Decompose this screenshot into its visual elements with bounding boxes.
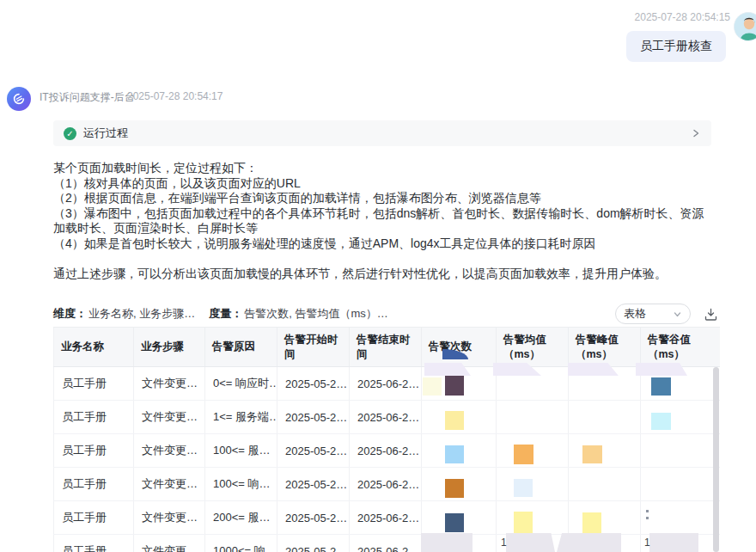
success-check-icon: ✓ [64,127,76,140]
dimension-value: 业务名称, 业务步骤… [88,306,195,322]
dimension-label: 维度： [53,306,87,322]
table-cell: 文件变更… [134,501,205,535]
view-type-selected-value: 表格 [624,306,646,322]
col-header-business-name[interactable]: 业务名称 [54,328,134,367]
col-header-alarm-avg[interactable]: 告警均值（ms） [497,328,569,367]
view-type-select[interactable]: 表格 [615,304,691,324]
table-cell [569,535,641,552]
person-icon [735,13,756,41]
table-cell: 100<= 服… [205,434,277,468]
user-message-text: 员工手册核查 [640,39,712,52]
table-cell: 2025-06-2… [350,468,422,501]
table-cell: 100<= 响… [205,468,277,501]
table-cell: 员工手册 [54,367,134,401]
alarm-data-table: 业务名称 业务步骤 告警原因 告警开始时间 告警结束时间 告警次数 告警均值（m… [53,327,720,552]
table-cell: 文件变更… [134,434,205,468]
table-cell [497,468,569,501]
table-cell: 200<= 服… [205,501,277,535]
bot-analysis-paragraph: 某个页面加载时间长，定位过程如下： （1）核对具体的页面，以及该页面对应的URL… [53,161,711,252]
table-cell: 员工手册 [54,434,134,468]
table-cell [497,501,569,535]
table-cell [422,501,497,535]
table-cell [569,434,641,468]
table-vertical-scrollbar[interactable] [713,367,719,552]
table-row: 员工手册文件变更…100<= 响…2025-05-2…2025-06-2… [54,468,721,501]
table-cell: 员工手册 [54,468,134,501]
bot-logo-icon [12,92,26,106]
table-cell: 1000<= 响… [205,535,277,552]
table-cell [422,468,497,501]
run-process-label: 运行过程 [83,126,128,141]
table-cell [497,401,569,434]
table-row: 员工手册文件变更…1<= 服务端…2025-05-2…2025-06-2… [54,401,721,434]
table-cell [497,434,569,468]
user-message-timestamp: 2025-07-28 20:54:15 [635,11,730,23]
query-config-bar: 维度： 业务名称, 业务步骤… 度量： 告警次数, 告警均值（ms）… 表格 [53,302,720,326]
col-header-alarm-start[interactable]: 告警开始时间 [277,328,350,367]
table-cell: 2025-05-2… [277,501,350,535]
measure-value: 告警次数, 告警均值（ms）… [244,306,388,322]
col-header-alarm-count[interactable]: 告警次数 [422,328,497,367]
bot-message-timestamp: 2025-07-28 20:54:17 [127,90,223,102]
table-row: 员工手册文件变更…100<= 服…2025-05-2…2025-06-2… [54,434,721,468]
table-cell: 2025-06-2… [350,434,422,468]
user-avatar [734,12,756,41]
table-cell: 2025-05-2… [277,434,350,468]
table-cell: 2025-06-2… [350,535,422,552]
table-cell: 1<= 服务端… [205,401,277,434]
table-cell [422,401,497,434]
run-process-panel[interactable]: ✓ 运行过程 [53,120,711,146]
table-cell: 2025-05-2… [277,468,350,501]
bot-summary-paragraph: 通过上述步骤，可以分析出该页面加载慢的具体环节，然后进行针对性优化，以提高页面加… [53,267,711,282]
user-message-bubble: 员工手册核查 [626,31,726,62]
bot-sender-name: IT投诉问题支撑-后台 [40,90,135,105]
table-cell [497,367,569,401]
table-cell: 文件变更… [134,367,205,401]
table-cell [569,468,641,501]
table-cell [569,401,641,434]
table-cell: 文件变更… [134,468,205,501]
table-cell: 员工手册 [54,501,134,535]
table-header-row: 业务名称 业务步骤 告警原因 告警开始时间 告警结束时间 告警次数 告警均值（m… [54,328,721,367]
table-cell: 2025-06-2… [350,401,422,434]
download-button[interactable] [704,307,718,322]
table-cell [569,501,641,535]
table-row: 员工手册文件变更…200<= 服…2025-05-2…2025-06-2… [54,501,721,535]
table-cell [641,468,721,501]
col-header-alarm-end[interactable]: 告警结束时间 [350,328,422,367]
table-cell [497,535,569,552]
col-header-alarm-peak[interactable]: 告警峰值（ms） [569,328,641,367]
table-cell: 2025-06-2… [350,501,422,535]
table-cell [569,367,641,401]
table-body: 员工手册文件变更…0<= 响应时…2025-05-2…2025-06-2…员工手… [54,367,721,552]
table-cell: 文件变更… [134,535,205,552]
table-cell [422,434,497,468]
chevron-right-icon [691,128,701,138]
table-cell: 文件变更… [134,401,205,434]
table-cell: 2025-05-2… [277,535,350,552]
measure-label: 度量： [209,306,242,322]
table-cell [641,501,721,535]
table-cell: 2025-05-2… [277,367,350,401]
table-cell [422,535,497,552]
table-cell: 员工手册 [54,401,134,434]
download-icon [704,307,718,322]
table-row: 员工手册文件变更…0<= 响应时…2025-05-2…2025-06-2… [54,367,721,401]
col-header-business-step[interactable]: 业务步骤 [134,328,205,367]
table-cell [641,434,721,468]
table-cell [641,535,721,552]
chevron-down-icon [673,310,682,319]
table-cell: 员工手册 [54,535,134,552]
table-cell [641,367,721,401]
col-header-alarm-valley[interactable]: 告警谷值（ms） [641,328,721,367]
table-cell [422,367,497,401]
table-cell: 0<= 响应时… [205,367,277,401]
table-cell: 2025-05-2… [277,401,350,434]
table-row: 员工手册文件变更…1000<= 响…2025-05-2…2025-06-2… [54,535,721,552]
table-cell: 2025-06-2… [350,367,422,401]
col-header-alarm-reason[interactable]: 告警原因 [205,328,277,367]
bot-avatar [7,87,31,111]
table-cell [641,401,721,434]
